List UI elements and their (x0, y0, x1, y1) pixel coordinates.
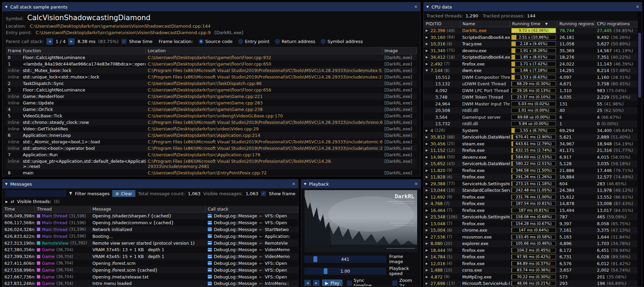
callstack-origin[interactable]: DebugLog::Message (214, 274, 257, 279)
close-icon[interactable]: ✕ (414, 4, 418, 9)
playback-speed-slider[interactable]: 1.00 (304, 268, 386, 275)
collapse-icon[interactable]: ▼ (426, 5, 429, 9)
callstack-row[interactable]: inline std::_Atomic_storage<bool,1>::loa… (6, 139, 417, 145)
callstack-row[interactable]: inline std::unique_ptr<Application,std::… (6, 158, 417, 170)
frame-location-radio[interactable]: Return address (275, 39, 315, 44)
cpu-row[interactable]: 24,964 DWM Master Input Threa 5.03 ms (0… (424, 101, 638, 107)
cpu-row[interactable]: ▶ 34,412 (18) ScriptedSandbox64.exe 1.85… (424, 54, 638, 61)
play-button[interactable]: ▶ Play (322, 279, 342, 286)
message-callstack[interactable]: DebugLog::Message ← VFS::Open (206, 274, 298, 279)
callstack-caller[interactable]: VideoMemo (265, 254, 290, 259)
message-row[interactable]: 627,831,246ns Game (36,704) Intro menu l… (2, 280, 298, 287)
expand-icon[interactable]: ▶ (426, 162, 429, 165)
column-header-callstack[interactable]: Call stack (206, 206, 298, 212)
message-callstack[interactable]: DebugLog::Message ← VideoMemo (206, 247, 298, 252)
callstack-caller[interactable]: VFS::Open (265, 220, 287, 225)
clear-button[interactable]: ⊘ Clear (112, 190, 135, 197)
function-name[interactable]: <lambda_84a19dc444fae966ca174e83e708bdca… (21, 61, 146, 67)
source-location[interactable]: C:\Program Files (x86)\Microsoft Visual … (146, 67, 382, 74)
step-forward-button[interactable]: ▶ (313, 280, 320, 286)
frame-location-radio[interactable]: Symbol address (321, 39, 363, 44)
cpu-row[interactable]: ▶ 12,016 (4) firefox.exe 84.89 ms (0.37%… (424, 260, 638, 267)
expand-icon[interactable]: ▶ (426, 202, 429, 205)
cpu-row[interactable]: ▶ 30,160 (84) ScriptedSandbox64.exe 2.51… (424, 34, 638, 41)
source-location[interactable]: C:\Users\wolf\Desktop\darkrl\src\video\V… (146, 126, 382, 132)
expand-icon[interactable]: ▶ (426, 235, 429, 239)
scrollbar-thumb[interactable] (638, 33, 641, 98)
callstack-row[interactable]: 4 Game::OnTick C:\Users\wolf\Desktop\dar… (6, 106, 417, 113)
cpu-row[interactable]: ▶ 11,820 (9) firefox.exe 346.58 ms (1.50… (424, 167, 638, 174)
cpu-row[interactable]: ▶ 27,536 (7) msvsmon.exe 133.45 ms (0.58… (424, 234, 638, 241)
expand-icon[interactable]: ▶ (426, 182, 429, 185)
message-row[interactable]: 606,049,398ns Main thread (31,596) Openi… (2, 213, 298, 219)
collapse-icon[interactable]: ▼ (5, 5, 8, 9)
show-frame-checkbox[interactable]: ✓ (261, 191, 266, 196)
callstack-caller[interactable]: VideoMemo (265, 247, 290, 252)
messages-titlebar[interactable]: ▼ Messages ✕ (2, 180, 298, 188)
message-callstack[interactable]: DebugLog::Message ← VFS::Open (206, 261, 298, 266)
callstack-titlebar[interactable]: ▼ Call stack sample parents ✕ (2, 2, 420, 11)
expand-icon[interactable]: ▶ (426, 196, 429, 199)
function-name[interactable]: Application::Run (21, 152, 146, 158)
cpu-row[interactable]: ▶ 4,768 (7) firefox.exe 187.54 ms (0.81%… (424, 200, 638, 207)
frame-location-radio[interactable]: Source code (199, 39, 233, 44)
function-name[interactable]: Floor::CalcLightNoLuminance (21, 54, 146, 61)
playback-titlebar[interactable]: ▼ Playback ✕ (301, 180, 421, 188)
frame-image-slider[interactable]: 441 (304, 256, 386, 263)
function-name[interactable]: Application::InnerLoop (21, 132, 146, 139)
function-name[interactable]: VideoGLBase::Tick (21, 113, 146, 119)
callstack-row[interactable]: inline Video::GetTicksHiRes C:\Users\wol… (6, 126, 417, 132)
source-location[interactable]: C:\Users\wolf\Desktop\darkrl\src\game\fl… (146, 87, 382, 93)
cpu-row[interactable]: 3,748 DWM Token Thread 23.37 ms (0.10%) … (424, 94, 638, 101)
source-location[interactable]: C:\Users\wolf\Desktop\darkrl\src\game\fl… (146, 54, 382, 61)
expand-icon[interactable]: ▶ (426, 156, 429, 159)
callstack-row[interactable]: 3 Floor::CalcLightNoLuminance C:\Users\w… (6, 87, 417, 93)
callstack-caller[interactable]: VFS::Open (265, 268, 287, 273)
callstack-row[interactable]: 8 main C:\Users\wolf\Desktop\darkrl\src\… (6, 170, 417, 176)
column-header-pid[interactable]: PID/TID (424, 20, 460, 27)
collapse-icon[interactable]: ▼ (304, 182, 306, 186)
expand-icon[interactable]: ▶ (5, 200, 8, 203)
cpu-row[interactable]: ▶ 11,828 (6) firefox.exe 291.26 ms (1.26… (424, 174, 638, 181)
close-icon[interactable]: ✕ (636, 4, 639, 9)
cpu-row[interactable]: 3,564 GameInput server 69.68 us (0.00%) … (424, 114, 638, 121)
expand-icon[interactable]: ▶ (426, 222, 429, 225)
callstack-caller[interactable]: Application: (265, 234, 290, 239)
expand-icon[interactable]: ▶ (426, 129, 429, 132)
column-header-image[interactable]: Image (382, 47, 417, 54)
source-location[interactable]: C:\Program Files (x86)\Microsoft Visual … (146, 119, 382, 126)
expand-icon[interactable]: ▶ (426, 249, 429, 252)
column-header-message[interactable]: Message (90, 206, 206, 212)
cpu-row[interactable]: ▶ 2,492 (7) firefox.exe 1.71 s (7.42%) 2… (424, 61, 638, 68)
cpu-row[interactable]: ▶ 18,444 (6) firefox.exe 104.2 ms (0.45%… (424, 247, 638, 254)
callstack-origin[interactable]: DebugLog::Message (214, 227, 257, 232)
expand-icon[interactable]: ▶ (426, 255, 429, 258)
source-location[interactable]: C:\Users\wolf\Desktop\darkrl\src\game\Ga… (146, 100, 382, 106)
cpu-row[interactable]: ▶ 8,080 (20) explorer.exe 105.66 ms (0.4… (424, 240, 638, 247)
visible-threads-header[interactable]: ▶ ⇄ Visible threads: (5) (2, 199, 298, 206)
source-location[interactable]: C:\Program Files (x86)\Microsoft Visual … (146, 139, 382, 145)
source-location[interactable]: C:\Users\wolf\Desktop\darkrl\src\game\Ga… (146, 93, 382, 100)
radio-icon[interactable] (275, 39, 280, 44)
source-location[interactable]: C:\Users\wolf\Desktop\darkrl\src\Applica… (146, 152, 382, 158)
callstack-origin[interactable]: DebugLog::Message (214, 268, 257, 273)
zoom-2x-checkbox[interactable] (392, 281, 397, 286)
column-header-name[interactable]: Name (460, 20, 510, 27)
cpu-row[interactable]: ▶ 15,004 (8) chrome.exe 147 ms (0.64%) 7… (424, 227, 638, 234)
callstack-row[interactable]: inline std::_Mutex_base::lock C:\Program… (6, 67, 417, 74)
cpu-row[interactable]: 4,092 DWM LPC Port Thread 29.16 ms (0.13… (424, 87, 638, 94)
cpu-row[interactable]: ▶ 23,348 (106) ServiceHub.SettingsHost 1… (424, 214, 638, 220)
cpu-row[interactable]: ▶ 16,464 (7) firefox.exe 187 ms (0.81%) … (424, 207, 638, 214)
callstack-caller[interactable]: VFS::Open (265, 261, 287, 266)
source-location[interactable]: C:\Users\wolf\Desktop\darkrl\src\Applica… (146, 132, 382, 139)
expand-icon[interactable]: ▶ (426, 262, 429, 265)
column-header-running-time[interactable]: Running time ▼ (510, 20, 557, 27)
sync-timeline-checkbox[interactable] (347, 281, 352, 286)
radio-icon[interactable] (199, 39, 204, 44)
expand-icon[interactable]: ▶ (426, 142, 429, 145)
frame-location-radio[interactable]: Entry point (238, 39, 269, 44)
show-time-checkbox[interactable]: ✓ (121, 39, 127, 44)
function-name[interactable]: std::unique_lock<std::mutex>::lock (21, 74, 146, 80)
source-location[interactable]: C:\Program Files (x86)\Microsoft Visual … (146, 74, 382, 80)
cpu-row[interactable]: ▶ 30,456 (25) steam.exe 643.61 ms (2.79%… (424, 141, 638, 147)
